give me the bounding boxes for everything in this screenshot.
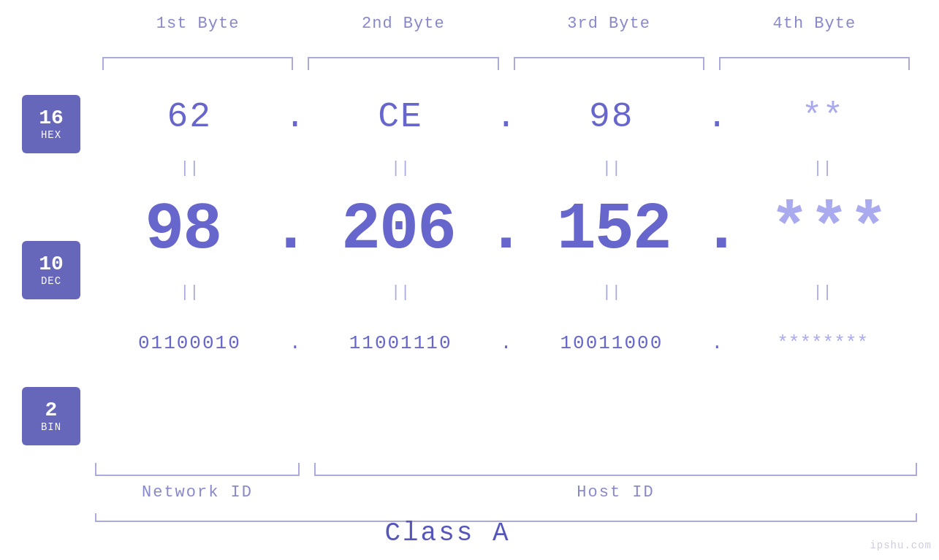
byte-header-2: 2nd Byte [300, 15, 506, 33]
bin-number: 2 [45, 399, 58, 422]
bin-badge: 2 BIN [22, 387, 80, 445]
eq-3: || [517, 159, 707, 177]
bottom-brackets [95, 463, 917, 476]
hex-val-4: ** [728, 97, 917, 137]
dec-val-4: *** [741, 193, 917, 267]
dec-row: 98 . 206 . 152 . *** [95, 183, 917, 277]
eq-5: || [95, 283, 284, 302]
byte-headers: 1st Byte 2nd Byte 3rd Byte 4th Byte [95, 15, 917, 33]
byte-header-4: 4th Byte [712, 15, 917, 33]
byte-header-1: 1st Byte [95, 15, 300, 33]
bin-row: 01100010 . 11001110 . 10011000 . *******… [95, 307, 917, 380]
hex-val-3: 98 [517, 97, 707, 137]
eq-2: || [306, 159, 495, 177]
bracket-1 [102, 57, 293, 70]
main-container: 1st Byte 2nd Byte 3rd Byte 4th Byte 16 H… [0, 0, 939, 560]
dec-label: DEC [41, 275, 61, 287]
eq-4: || [728, 159, 917, 177]
bin-label: BIN [41, 421, 61, 433]
bracket-4 [719, 57, 910, 70]
dec-val-1: 98 [95, 193, 271, 267]
base-labels: 16 HEX 10 DEC 2 BIN [22, 95, 80, 445]
bracket-2 [308, 57, 498, 70]
dot-dec-1: . [271, 193, 311, 267]
dot-bin-2: . [495, 332, 517, 354]
host-id-label: Host ID [314, 483, 917, 502]
dot-hex-2: . [495, 97, 517, 137]
bin-val-1: 01100010 [95, 332, 284, 354]
dot-hex-3: . [706, 97, 728, 137]
bin-val-4: ******** [728, 332, 917, 354]
bracket-3 [514, 57, 704, 70]
eq-8: || [728, 283, 917, 302]
dot-hex-1: . [284, 97, 306, 137]
hex-badge: 16 HEX [22, 95, 80, 153]
top-brackets [95, 57, 917, 70]
equals-row-2: || || || || [95, 277, 917, 307]
dot-dec-2: . [486, 193, 525, 267]
eq-1: || [95, 159, 284, 177]
watermark: ipshu.com [870, 540, 932, 551]
class-label: Class A [0, 518, 895, 548]
dot-bin-1: . [284, 332, 306, 354]
dec-number: 10 [39, 253, 64, 276]
dec-val-3: 152 [526, 193, 702, 267]
hex-val-2: CE [306, 97, 495, 137]
host-bracket [314, 463, 917, 476]
byte-header-3: 3rd Byte [506, 15, 712, 33]
dec-val-2: 206 [311, 193, 487, 267]
equals-row-1: || || || || [95, 153, 917, 183]
hex-label: HEX [41, 129, 61, 141]
bin-val-3: 10011000 [517, 332, 707, 354]
bin-val-2: 11001110 [306, 332, 495, 354]
network-bracket [95, 463, 300, 476]
id-labels: Network ID Host ID [95, 483, 917, 502]
hex-number: 16 [39, 107, 64, 130]
eq-6: || [306, 283, 495, 302]
network-id-label: Network ID [95, 483, 300, 502]
dot-bin-3: . [706, 332, 728, 354]
dot-dec-3: . [702, 193, 741, 267]
hex-val-1: 62 [95, 97, 284, 137]
hex-row: 62 . CE . 98 . ** [95, 80, 917, 153]
dec-badge: 10 DEC [22, 241, 80, 299]
eq-7: || [517, 283, 707, 302]
values-section: 62 . CE . 98 . ** || || || || 98 . 206 .… [95, 80, 917, 380]
